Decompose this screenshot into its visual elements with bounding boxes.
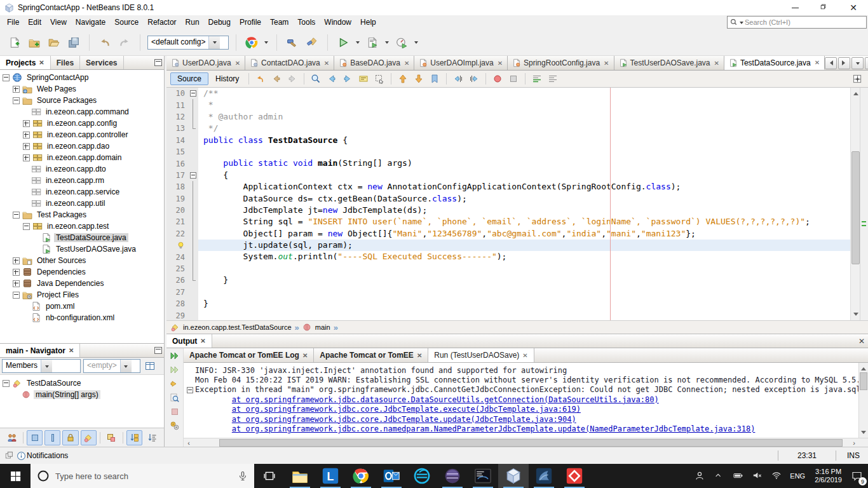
editor-tab-contactdao-java[interactable]: ContactDAO.java✕ — [245, 56, 334, 70]
close-icon[interactable]: ✕ — [404, 60, 409, 67]
output-tab-apache-tomcat-or-tomee[interactable]: Apache Tomcat or TomEE✕ — [314, 348, 428, 362]
scroll-down-icon[interactable] — [859, 429, 868, 438]
info-icon[interactable] — [15, 451, 27, 461]
code-text[interactable]: String sql = "INSERT INTO user(`name`, `… — [198, 216, 868, 227]
expand-icon[interactable] — [23, 120, 30, 127]
fold-gutter[interactable] — [188, 158, 198, 169]
code-text[interactable]: DataSource ds= ctx.getBean(DataSource.cl… — [198, 193, 868, 205]
fold-gutter[interactable] — [188, 193, 198, 205]
code-line[interactable]: 19 DataSource ds= ctx.getBean(DataSource… — [166, 193, 868, 205]
window-dock-icon[interactable] — [4, 451, 15, 460]
fold-gutter[interactable] — [188, 309, 198, 320]
new-project-button[interactable] — [26, 34, 43, 51]
output-horizontal-scrollbar[interactable]: ‹ › — [184, 438, 868, 447]
scroll-right-icon[interactable]: › — [849, 439, 859, 447]
battery-tray-button[interactable] — [730, 468, 745, 484]
run-dropdown[interactable] — [355, 34, 361, 51]
project-tree-row[interactable]: in.ezeon.capp.domain — [0, 152, 164, 163]
line-number-gutter[interactable]: 15 — [166, 146, 188, 158]
record-macro-icon[interactable] — [491, 72, 505, 85]
project-tree-row[interactable]: Other Sources — [0, 255, 164, 266]
expand-icon[interactable] — [23, 143, 30, 150]
navigator-tab[interactable]: main - Navigator ✕ — [0, 344, 80, 357]
fold-gutter[interactable] — [188, 287, 198, 298]
expand-icon[interactable] — [13, 269, 20, 276]
code-text[interactable]: /** — [198, 88, 868, 99]
menu-navigate[interactable]: Navigate — [71, 16, 110, 29]
show-statics-button[interactable] — [44, 430, 60, 445]
fold-gutter[interactable] — [188, 170, 198, 181]
task-view-button[interactable] — [254, 464, 285, 488]
search-input[interactable]: Search (Ctrl+I) — [727, 16, 867, 29]
editor-tab-userdaoimpl-java[interactable]: UserDAOImpl.java✕ — [414, 56, 508, 70]
project-tree-row[interactable]: in.ezeon.capp.dao — [0, 140, 164, 152]
profile-dropdown[interactable] — [413, 34, 419, 51]
fold-gutter[interactable] — [188, 135, 198, 146]
code-line[interactable]: 29 — [166, 309, 868, 320]
line-number-gutter[interactable]: 29 — [166, 309, 188, 320]
collapse-icon[interactable] — [185, 385, 195, 395]
restore-button[interactable] — [810, 0, 839, 15]
toggle-bookmark-icon[interactable] — [428, 72, 442, 85]
projects-minimize-button[interactable] — [153, 56, 164, 69]
code-line[interactable]: 18 ApplicationContext ctx = new Annotati… — [166, 181, 868, 193]
sort-source-button[interactable] — [144, 430, 160, 445]
line-number-gutter[interactable]: 18 — [166, 181, 188, 193]
line-number-gutter[interactable]: 20 — [166, 205, 188, 216]
shift-right-icon[interactable] — [467, 72, 481, 85]
code-line[interactable]: 14public class TestDataSource { — [166, 135, 868, 146]
next-bookmark-icon[interactable] — [412, 72, 426, 85]
fold-gutter[interactable] — [188, 123, 198, 134]
line-number-gutter[interactable]: 22 — [166, 228, 188, 240]
navigator-tree-row[interactable]: TestDataSource — [0, 377, 164, 389]
navigator-close-icon[interactable]: ✕ — [69, 347, 74, 354]
code-text[interactable]: public static void main(String[] args) — [198, 158, 868, 169]
notifications-label[interactable]: Notifications — [27, 451, 68, 460]
code-line[interactable]: 27 — [166, 287, 868, 298]
code-text[interactable]: * — [198, 99, 868, 111]
columns-icon[interactable] — [143, 360, 157, 372]
code-text[interactable] — [198, 309, 868, 320]
project-tree-row[interactable]: Source Packages — [0, 95, 164, 106]
code-text[interactable]: } — [198, 274, 868, 286]
language-indicator[interactable]: ENG — [787, 472, 808, 480]
taskbar-mysql-cli[interactable] — [468, 464, 498, 488]
taskbar-l-app[interactable]: L — [315, 464, 346, 488]
close-icon[interactable]: ✕ — [324, 60, 329, 67]
code-text[interactable]: { — [198, 170, 868, 181]
expand-icon[interactable] — [13, 257, 20, 264]
find-in-output-button[interactable] — [168, 391, 181, 403]
profile-button[interactable] — [393, 34, 410, 51]
taskbar-chrome[interactable] — [346, 464, 376, 488]
code-text[interactable]: JdbcTemplate jt=new JdbcTemplate(ds); — [198, 205, 868, 216]
project-tree-row[interactable]: Test Packages — [0, 209, 164, 220]
fold-gutter[interactable] — [188, 205, 198, 216]
new-file-button[interactable] — [6, 34, 23, 51]
comment-lines-icon[interactable] — [530, 72, 544, 85]
code-line[interactable]: 28} — [166, 298, 868, 309]
project-tree-row[interactable]: TestDataSource.java — [0, 232, 164, 243]
run-button[interactable] — [335, 34, 351, 51]
collapse-icon[interactable] — [13, 212, 20, 219]
chrome-browser-dropdown[interactable] — [263, 34, 269, 51]
debug-project-dropdown[interactable] — [384, 34, 390, 51]
fold-gutter[interactable] — [188, 263, 198, 274]
code-line[interactable]: 13 */ — [166, 123, 868, 134]
show-non-public-button[interactable] — [62, 430, 78, 445]
editor-tab-testdatasource-java[interactable]: TestDataSource.java✕ — [724, 56, 825, 70]
stacktrace-link[interactable]: at org.springframework.jdbc.core.JdbcTem… — [232, 405, 581, 414]
collapse-icon[interactable] — [13, 292, 20, 299]
code-text[interactable]: public class TestDataSource { — [198, 135, 868, 146]
taskbar-file-explorer[interactable] — [285, 464, 315, 488]
taskbar-search-input[interactable]: Type here to search — [31, 464, 254, 488]
taskbar-internet-explorer[interactable] — [407, 464, 437, 488]
last-edit-icon[interactable] — [254, 72, 268, 85]
action-center-button[interactable]: 9 — [849, 468, 864, 484]
close-icon[interactable]: ✕ — [815, 59, 820, 66]
project-tree-row[interactable]: in.ezeon.capp.rm — [0, 175, 164, 186]
line-number-gutter[interactable]: 21 — [166, 216, 188, 227]
output-scrollbar-thumb[interactable] — [860, 372, 867, 390]
line-number-gutter[interactable]: 10 — [166, 88, 188, 99]
project-tree-row[interactable]: Web Pages — [0, 83, 164, 95]
code-line[interactable]: 17 { — [166, 170, 868, 181]
